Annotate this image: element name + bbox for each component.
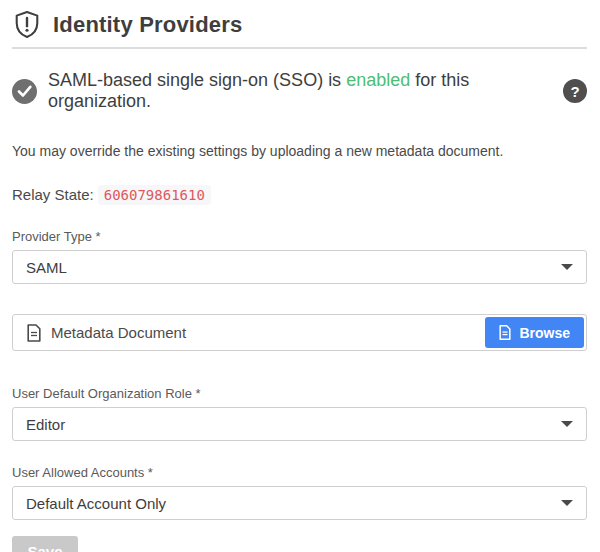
default-org-role-label: User Default Organization Role * <box>12 386 587 401</box>
chevron-down-icon <box>561 421 573 427</box>
allowed-accounts-label: User Allowed Accounts * <box>12 465 587 480</box>
metadata-document-file-input[interactable]: Metadata Document Browse <box>12 314 587 351</box>
save-button[interactable]: Save <box>12 536 78 552</box>
provider-type-label: Provider Type * <box>12 229 587 244</box>
check-circle-icon <box>12 79 37 104</box>
relay-state-row: Relay State:606079861610 <box>12 186 587 203</box>
default-org-role-selected-value: Editor <box>26 416 65 433</box>
relay-state-label: Relay State: <box>12 186 94 203</box>
default-org-role-group: User Default Organization Role * Editor <box>12 386 587 441</box>
page-header: Identity Providers <box>12 0 587 49</box>
default-org-role-select[interactable]: Editor <box>12 407 587 441</box>
provider-type-selected-value: SAML <box>26 259 67 276</box>
browse-button-label: Browse <box>519 325 570 341</box>
allowed-accounts-select[interactable]: Default Account Only <box>12 486 587 520</box>
sso-status-text: SAML-based single sign-on (SSO) is enabl… <box>48 70 552 112</box>
page-title: Identity Providers <box>53 12 242 38</box>
provider-type-select[interactable]: SAML <box>12 250 587 284</box>
metadata-document-placeholder: Metadata Document <box>51 324 186 341</box>
sso-status-value: enabled <box>346 70 410 90</box>
relay-state-value: 606079861610 <box>98 185 211 205</box>
allowed-accounts-group: User Allowed Accounts * Default Account … <box>12 465 587 520</box>
override-note: You may override the existing settings b… <box>12 143 587 159</box>
chevron-down-icon <box>561 264 573 270</box>
document-icon <box>499 325 511 340</box>
document-icon <box>27 324 41 342</box>
chevron-down-icon <box>561 500 573 506</box>
shield-exclamation-icon <box>14 10 40 39</box>
identity-providers-page: Identity Providers SAML-based single sig… <box>0 0 600 552</box>
sso-text-before: SAML-based single sign-on (SSO) is <box>48 70 346 90</box>
browse-button[interactable]: Browse <box>485 317 584 348</box>
allowed-accounts-selected-value: Default Account Only <box>26 495 166 512</box>
provider-type-group: Provider Type * SAML <box>12 229 587 284</box>
question-circle-icon[interactable]: ? <box>563 79 587 103</box>
sso-status-banner: SAML-based single sign-on (SSO) is enabl… <box>12 70 587 112</box>
